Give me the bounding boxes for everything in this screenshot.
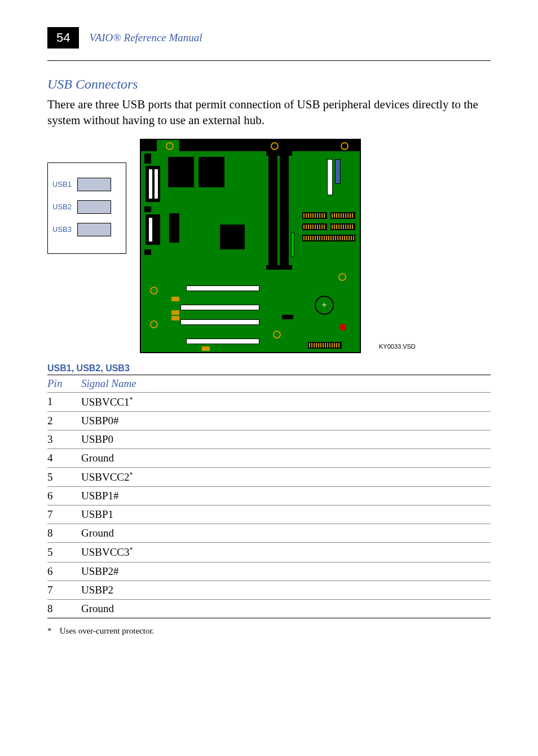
signal-cell: Ground: [81, 449, 491, 468]
io-row-usb2: USB2: [48, 200, 126, 214]
pinout-table: Pin Signal Name 1USBVCC1*2USBP0#3USBP04G…: [47, 375, 491, 618]
figure-caption: KY0033.VSD: [379, 343, 416, 350]
table-row: 2USBP0#: [47, 412, 491, 430]
footnote-ref: *: [130, 471, 133, 478]
pin-cell: 5: [47, 543, 81, 562]
pin-cell: 8: [47, 599, 81, 618]
signal-cell: USBP2#: [81, 562, 491, 581]
col-header-signal: Signal Name: [81, 375, 491, 392]
page-header: 54 VAIO® Reference Manual: [47, 27, 491, 49]
usb-port-icon: [77, 200, 111, 214]
motherboard-diagram: +: [140, 139, 361, 353]
table-row: 8Ground: [47, 599, 491, 618]
table-row: 3USBP0: [47, 430, 491, 449]
pin-cell: 7: [47, 506, 81, 524]
section-heading: USB Connectors: [47, 77, 491, 92]
usb-port-icon: [77, 178, 111, 191]
table-row: 8Ground: [47, 524, 491, 543]
signal-cell: USBVCC1*: [81, 392, 491, 411]
col-header-pin: Pin: [47, 375, 81, 392]
section-paragraph: There are three USB ports that permit co…: [47, 96, 491, 129]
table-row: 4Ground: [47, 449, 491, 468]
signal-cell: USBP1: [81, 506, 491, 524]
footnote-text: Uses over-current protector.: [60, 626, 155, 635]
table-title: USB1, USB2, USB3: [47, 363, 491, 373]
signal-cell: USBP0#: [81, 412, 491, 430]
footnote-marker: *: [47, 626, 58, 636]
signal-cell: USBP0: [81, 430, 491, 449]
footnote-ref: *: [130, 546, 133, 553]
io-label-usb3: USB3: [48, 225, 75, 234]
signal-cell: USBVCC3*: [81, 543, 491, 562]
footnote: * Uses over-current protector.: [47, 626, 491, 636]
footnote-ref: *: [130, 395, 133, 403]
table-row: 5USBVCC2*: [47, 468, 491, 487]
io-row-usb3: USB3: [48, 223, 126, 236]
pin-cell: 4: [47, 449, 81, 468]
signal-cell: USBP1#: [81, 487, 491, 506]
usb-port-icon: [77, 223, 111, 236]
pin-cell: 3: [47, 430, 81, 449]
battery-icon: +: [315, 296, 334, 315]
pin-cell: 5: [47, 468, 81, 487]
header-rule: [47, 60, 491, 61]
table-row: 7USBP2: [47, 581, 491, 599]
table-row: 1USBVCC1*: [47, 392, 491, 411]
figure: USB1 USB2 USB3: [47, 139, 491, 353]
signal-cell: Ground: [81, 524, 491, 543]
io-label-usb2: USB2: [48, 203, 75, 211]
table-row: 6USBP1#: [47, 487, 491, 506]
table-row: 6USBP2#: [47, 562, 491, 581]
pin-cell: 6: [47, 487, 81, 506]
signal-cell: USBP2: [81, 581, 491, 599]
io-row-usb1: USB1: [48, 178, 126, 191]
signal-cell: Ground: [81, 599, 491, 618]
page-number: 54: [47, 27, 79, 49]
pin-cell: 8: [47, 524, 81, 543]
io-panel: USB1 USB2 USB3: [47, 139, 126, 254]
pin-cell: 6: [47, 562, 81, 581]
page: 54 VAIO® Reference Manual USB Connectors…: [0, 0, 538, 663]
io-label-usb1: USB1: [48, 180, 75, 188]
table-row: 7USBP1: [47, 506, 491, 524]
signal-cell: USBVCC2*: [81, 468, 491, 487]
io-block: USB1 USB2 USB3: [47, 162, 126, 254]
pin-cell: 1: [47, 392, 81, 411]
table-row: 5USBVCC3*: [47, 543, 491, 562]
pin-cell: 7: [47, 581, 81, 599]
header-title: VAIO® Reference Manual: [79, 27, 491, 49]
pin-cell: 2: [47, 412, 81, 430]
